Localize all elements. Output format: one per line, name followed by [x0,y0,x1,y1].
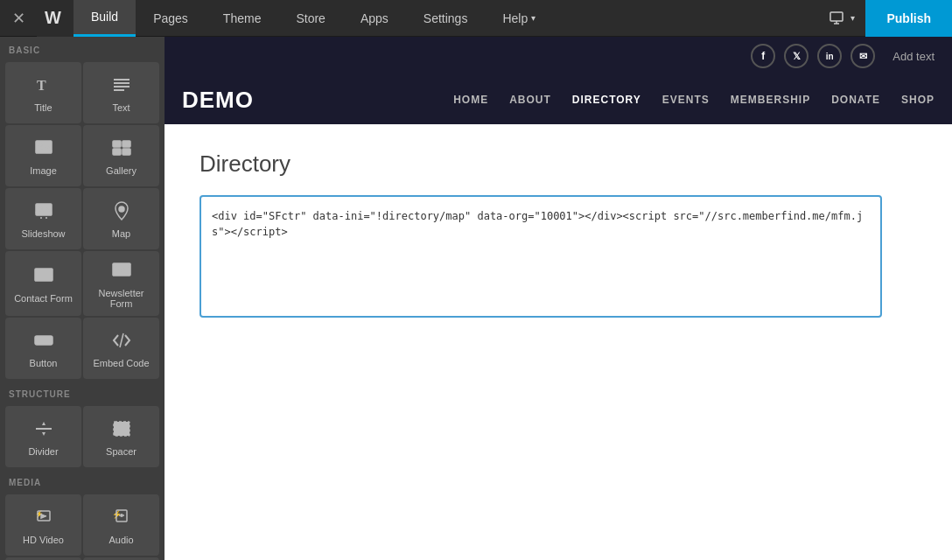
svg-rect-14 [122,149,130,155]
nav-theme[interactable]: Theme [206,0,279,37]
site-nav-membership[interactable]: MEMBERSHIP [731,94,810,106]
gallery-icon [111,137,132,162]
section-label-media: MEDIA [0,469,164,493]
sidebar-item-label: Audio [108,535,133,545]
sidebar-item-label: Newsletter Form [88,288,154,309]
sidebar-item-label: Embed Code [93,358,149,368]
svg-rect-23 [113,263,130,276]
page-title: Directory [200,150,917,178]
sidebar-item-title[interactable]: T Title [5,62,81,123]
section-label-structure: STRUCTURE [0,381,164,404]
site-nav-items: HOME ABOUT DIRECTORY EVENTS MEMBERSHIP D… [453,94,934,106]
audio-icon: ⚡ [111,507,132,531]
canvas: f 𝕏 in ✉ Add text DEMO HOME ABOUT DIRECT… [164,37,952,560]
svg-point-19 [119,206,124,212]
hd-video-icon: ⚡ [33,507,54,531]
svg-marker-29 [42,432,46,436]
nav-items: Build Pages Theme Store Apps Settings He… [74,0,553,37]
sidebar-item-newsletter-form[interactable]: Newsletter Form [83,251,159,316]
nav-store[interactable]: Store [278,0,342,37]
sidebar-item-map[interactable]: Map [83,188,159,249]
svg-marker-28 [42,422,46,425]
sidebar-item-button[interactable]: Button [5,318,81,379]
linkedin-icon[interactable]: in [817,44,842,68]
sidebar-item-label: Map [112,228,130,239]
sidebar-item-embed-code[interactable]: Embed Code [83,318,159,379]
image-icon [33,137,54,162]
svg-point-36 [120,514,122,517]
sidebar-item-label: HD Video [23,535,64,545]
close-button[interactable]: ✕ [0,0,37,37]
svg-text:T: T [37,78,46,93]
sidebar-item-label: Contact Form [14,293,73,304]
help-dropdown-icon: ▾ [531,13,536,23]
sidebar-item-label: Button [30,358,58,368]
structure-grid: Divider Spacer [0,404,164,469]
site-nav-shop[interactable]: SHOP [901,94,934,106]
site-nav-about[interactable]: ABOUT [509,94,551,106]
svg-line-26 [120,333,123,347]
sidebar-item-slideshow[interactable]: Slideshow [5,188,81,249]
weebly-logo-text: W [43,6,67,30]
site-nav-directory[interactable]: DIRECTORY [572,94,641,106]
nav-help[interactable]: Help ▾ [485,0,553,37]
sidebar-item-label: Text [112,102,130,113]
nav-pages[interactable]: Pages [136,0,206,37]
svg-rect-12 [122,141,130,147]
map-icon [111,200,132,225]
divider-icon [33,418,54,443]
site-nav-home[interactable]: HOME [453,94,488,106]
sidebar: BASIC T Title Text Image [0,37,164,560]
button-icon [33,330,54,354]
email-icon[interactable]: ✉ [850,44,875,68]
svg-rect-20 [35,269,52,281]
site-nav-donate[interactable]: DONATE [831,94,880,106]
device-toggle[interactable]: ▾ [819,11,865,25]
sidebar-item-text[interactable]: Text [83,62,159,123]
embed-code-content: <div id="SFctr" data-ini="!directory/map… [212,210,863,238]
site-header-bar: f 𝕏 in ✉ Add text [164,37,952,75]
website-preview: f 𝕏 in ✉ Add text DEMO HOME ABOUT DIRECT… [164,37,952,560]
site-nav-events[interactable]: EVENTS [662,94,710,106]
add-text-button[interactable]: Add text [892,50,934,63]
main-layout: BASIC T Title Text Image [0,37,952,560]
sidebar-item-label: Image [30,165,57,176]
nav-build[interactable]: Build [74,0,136,37]
sidebar-item-spacer[interactable]: Spacer [83,406,159,467]
sidebar-item-label: Gallery [106,165,136,176]
logo: W [37,0,74,37]
svg-rect-11 [113,141,121,147]
section-label-basic: BASIC [0,37,164,60]
svg-rect-13 [113,149,121,155]
sidebar-item-label: Slideshow [21,228,65,239]
sidebar-item-gallery[interactable]: Gallery [83,125,159,186]
site-nav: DEMO HOME ABOUT DIRECTORY EVENTS MEMBERS… [164,75,952,124]
nav-settings[interactable]: Settings [406,0,486,37]
title-icon: T [33,74,54,99]
contact-form-icon [33,265,54,290]
top-nav: ✕ W Build Pages Theme Store Apps Setting… [0,0,952,37]
sidebar-item-divider[interactable]: Divider [5,406,81,467]
sidebar-item-hd-video[interactable]: ⚡ HD Video [5,494,81,556]
newsletter-form-icon [111,260,132,284]
svg-rect-9 [36,141,52,153]
sidebar-item-contact-form[interactable]: Contact Form [5,251,81,316]
embed-code-icon [111,330,132,354]
sidebar-item-audio[interactable]: ⚡ Audio [83,494,159,556]
sidebar-item-image[interactable]: Image [5,125,81,186]
device-dropdown-icon: ▾ [850,13,855,23]
spacer-icon [111,418,132,443]
svg-rect-30 [114,422,130,436]
svg-rect-1 [830,12,843,21]
nav-apps[interactable]: Apps [343,0,406,37]
facebook-icon[interactable]: f [751,44,775,68]
sidebar-item-label: Spacer [106,446,136,457]
text-icon [111,74,132,99]
media-grid: ⚡ HD Video ⚡ Audio [0,493,164,560]
twitter-icon[interactable]: 𝕏 [784,44,808,68]
sidebar-item-label: Divider [28,446,58,457]
slideshow-icon [33,200,54,225]
basic-grid: T Title Text Image Gallery [0,60,164,381]
publish-button[interactable]: Publish [865,0,952,37]
embed-code-widget[interactable]: <div id="SFctr" data-ini="!directory/map… [200,195,882,318]
